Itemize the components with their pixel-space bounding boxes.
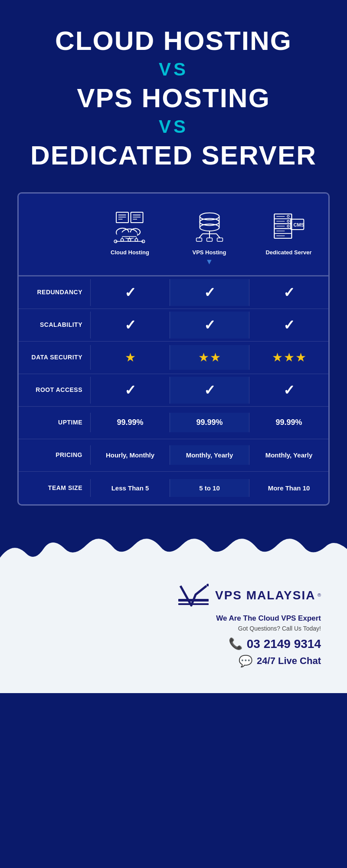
vps-hosting-icon: [172, 207, 247, 246]
phone-icon: 📞: [229, 637, 242, 651]
phone-contact-row[interactable]: 📞 03 2149 9314: [26, 637, 321, 651]
svg-point-49: [287, 220, 289, 222]
svg-point-48: [287, 215, 289, 217]
cloud-wave-icon: [0, 523, 347, 575]
brand-questions: Got Questions? Call Us Today!: [26, 625, 321, 632]
check-icon: ✓: [124, 284, 136, 301]
cell-pricing-cloud: Hourly, Monthly: [90, 445, 170, 465]
dedicated-server-label: Dedicated Server: [251, 249, 326, 256]
registered-mark: ®: [318, 592, 321, 598]
footer-area: VPS MALAYSIA ® We Are The Cloud VPS Expe…: [0, 523, 347, 693]
cell-scalability-cloud: ✓: [90, 312, 170, 339]
cell-security-cloud: ★: [90, 345, 170, 370]
svg-point-50: [287, 225, 289, 227]
check-icon: ✓: [283, 382, 295, 398]
uptime-vps-value: 99.99%: [196, 418, 223, 427]
cloud-hosting-icon: [92, 207, 167, 246]
check-icon: ✓: [124, 382, 136, 398]
check-icon: ✓: [204, 382, 216, 398]
table-row-team-size: TEAM SIZE Less Than 5 5 to 10 More Than …: [19, 472, 328, 504]
svg-rect-57: [178, 603, 209, 605]
table-row-scalability: SCALABILITY ✓ ✓ ✓: [19, 309, 328, 342]
svg-line-36: [216, 233, 220, 238]
check-icon: ✓: [124, 317, 136, 333]
check-icon: ✓: [204, 284, 216, 301]
team-cloud-value: Less Than 5: [111, 484, 149, 492]
chat-icon: 💬: [239, 654, 252, 668]
pricing-vps-value: Monthly, Yearly: [186, 450, 233, 460]
table-row-data-security: DATA SECURITY ★ ★ ★ ★ ★ ★: [19, 342, 328, 374]
svg-text:CMS: CMS: [293, 222, 304, 227]
table-row-root-access: ROOT ACCESS ✓ ✓ ✓: [19, 374, 328, 407]
cell-root-vps: ✓: [170, 377, 249, 404]
svg-point-58: [206, 584, 209, 586]
cell-uptime-dedicated: 99.99%: [249, 413, 328, 432]
brand-name-text: VPS MALAYSIA ®: [215, 589, 321, 602]
label-data-security: DATA SECURITY: [19, 354, 90, 361]
svg-rect-56: [178, 599, 209, 602]
team-vps-value: 5 to 10: [199, 484, 220, 492]
title-vps-hosting: VPS HOSTING: [17, 83, 330, 113]
vps-hosting-label: VPS Hosting: [172, 249, 247, 256]
star-1: ★: [272, 350, 283, 365]
svg-rect-37: [196, 238, 202, 241]
cell-security-dedicated: ★ ★ ★: [249, 345, 328, 370]
cell-uptime-vps: 99.99%: [170, 413, 249, 432]
col-header-vps: VPS Hosting: [170, 202, 249, 271]
cell-team-vps: 5 to 10: [170, 479, 249, 497]
stars-cloud: ★: [125, 350, 136, 365]
pricing-cloud-value: Hourly, Monthly: [106, 450, 154, 460]
cell-redundancy-dedicated: ✓: [249, 279, 328, 306]
cell-scalability-vps: ✓: [170, 312, 249, 339]
cell-scalability-dedicated: ✓: [249, 312, 328, 339]
cell-redundancy-vps: ✓: [170, 279, 249, 306]
table-row-pricing: PRICING Hourly, Monthly Monthly, Yearly …: [19, 439, 328, 472]
phone-number: 03 2149 9314: [247, 637, 321, 651]
cell-team-dedicated: More Than 10: [249, 479, 328, 497]
svg-rect-39: [217, 238, 223, 241]
label-pricing: PRICING: [19, 451, 90, 459]
vs-1: VS: [17, 59, 330, 80]
stars-dedicated: ★ ★ ★: [272, 350, 306, 365]
brand-name-label: VPS MALAYSIA: [215, 589, 315, 602]
uptime-cloud-value: 99.99%: [117, 418, 143, 427]
brand-logo-area: VPS MALAYSIA ®: [26, 584, 321, 608]
label-scalability: SCALABILITY: [19, 321, 90, 329]
table-row-uptime: UPTIME 99.99% 99.99% 99.99%: [19, 407, 328, 439]
check-icon: ✓: [283, 317, 295, 333]
uptime-dedicated-value: 99.99%: [275, 418, 302, 427]
vs-2: VS: [17, 116, 330, 137]
cell-redundancy-cloud: ✓: [90, 279, 170, 306]
cloud-hosting-label: Cloud Hosting: [92, 249, 167, 256]
col-header-cloud: Cloud Hosting: [90, 202, 170, 271]
branding-section: VPS MALAYSIA ® We Are The Cloud VPS Expe…: [0, 575, 347, 693]
cell-root-cloud: ✓: [90, 377, 170, 404]
star-2: ★: [284, 350, 295, 365]
brand-tagline: We Are The Cloud VPS Expert: [26, 614, 321, 623]
cell-pricing-dedicated: Monthly, Yearly: [249, 445, 328, 465]
check-icon: ✓: [283, 284, 295, 301]
star-3: ★: [295, 350, 306, 365]
cell-pricing-vps: Monthly, Yearly: [170, 445, 249, 465]
svg-rect-38: [206, 238, 212, 241]
chat-contact-row[interactable]: 💬 24/7 Live Chat: [26, 654, 321, 668]
svg-rect-11: [117, 232, 137, 238]
star-1: ★: [198, 350, 209, 365]
check-icon: ✓: [204, 317, 216, 333]
star-2: ★: [210, 350, 221, 365]
vps-arrow-indicator: [172, 257, 247, 266]
label-team-size: TEAM SIZE: [19, 484, 90, 492]
table-header-row: Cloud Hosting: [19, 194, 328, 275]
label-redundancy: REDUNDANCY: [19, 289, 90, 296]
dedicated-server-icon: CMS: [251, 207, 326, 246]
cell-security-vps: ★ ★: [170, 345, 249, 370]
svg-point-12: [121, 238, 123, 241]
star-1: ★: [125, 350, 136, 365]
team-dedicated-value: More Than 10: [268, 484, 310, 492]
cell-uptime-cloud: 99.99%: [90, 413, 170, 432]
cell-team-cloud: Less Than 5: [90, 479, 170, 497]
label-uptime: UPTIME: [19, 419, 90, 426]
label-root-access: ROOT ACCESS: [19, 386, 90, 394]
svg-point-14: [135, 238, 137, 241]
table-row-redundancy: REDUNDANCY ✓ ✓ ✓: [19, 276, 328, 309]
